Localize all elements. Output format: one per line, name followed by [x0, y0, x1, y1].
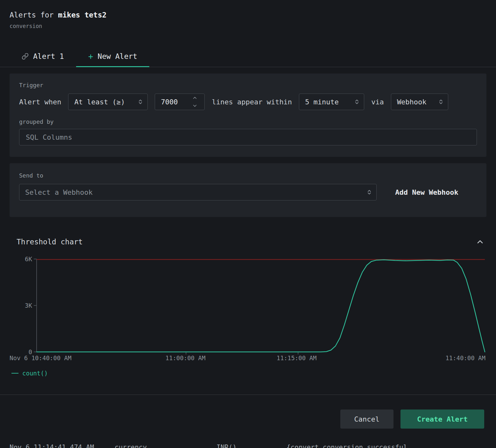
chevron-up-icon[interactable] [476, 237, 485, 246]
condition-select[interactable]: At least (≥) [68, 94, 148, 110]
y-tick-label: 3K [25, 302, 32, 309]
log-column: currency [115, 444, 147, 448]
x-tick-label: 11:00:00 AM [166, 354, 206, 361]
modal-footer: Cancel Create Alert [0, 395, 496, 429]
via-label: via [371, 98, 384, 106]
chevron-up-down-icon [354, 99, 359, 104]
threshold-input[interactable] [155, 94, 190, 110]
cancel-button[interactable]: Cancel [340, 410, 393, 429]
tab-new-alert-label: New Alert [98, 52, 138, 60]
channel-select-value: Webhook [397, 98, 427, 106]
log-value: INR() [216, 444, 237, 448]
send-to-panel: Send to Select a Webhook Add New Webhook [10, 163, 486, 217]
send-to-row: Select a Webhook Add New Webhook [19, 184, 477, 200]
condition-select-value: At least (≥) [74, 98, 125, 106]
threshold-chart: 6K 3K 0 [37, 259, 485, 352]
chart-header: Threshold chart [10, 237, 486, 246]
threshold-input-wrap [155, 94, 205, 110]
x-tick-label: 11:40:00 AM [445, 354, 485, 361]
chevron-up-down-icon [438, 99, 443, 104]
page-title: Alerts for mikes tets2 [10, 11, 486, 19]
log-timestamp: Nov 6 11:14:41.474 AM [10, 444, 94, 448]
page-subtitle: conversion [10, 23, 486, 29]
threshold-chart-section: Threshold chart 6K 3K 0 Nov 6 10:40:00 A… [0, 237, 496, 377]
webhook-select-placeholder: Select a Webhook [25, 188, 93, 196]
tab-alert-1[interactable]: Alert 1 [10, 46, 76, 67]
alert-tabs: Alert 1 + New Alert [0, 46, 496, 67]
send-to-section-label: Send to [19, 172, 477, 179]
lines-appear-label: lines appear within [212, 98, 292, 106]
tab-new-alert[interactable]: + New Alert [76, 46, 149, 67]
chart-title: Threshold chart [10, 238, 83, 246]
trigger-controls-row: Alert when At least (≥) lines appear wit… [19, 94, 477, 110]
stepper-down-icon[interactable] [193, 103, 197, 108]
legend-line-marker [11, 373, 18, 374]
y-tick-label: 6K [25, 256, 32, 262]
modal-header: Alerts for mikes tets2 conversion [0, 0, 496, 29]
create-alert-button[interactable]: Create Alert [400, 410, 484, 429]
legend-label: count() [22, 370, 48, 377]
stepper-up-icon[interactable] [193, 96, 197, 100]
trigger-panel: Trigger Alert when At least (≥) lines ap… [10, 74, 486, 157]
background-log-row: Nov 6 11:14:41.474 AM currency INR() {co… [0, 444, 496, 448]
alert-when-label: Alert when [19, 98, 61, 106]
threshold-chart-svg [37, 259, 485, 352]
page-title-prefix: Alerts for [10, 11, 53, 19]
chevron-up-down-icon [138, 99, 143, 104]
chevron-up-down-icon [367, 190, 372, 195]
interval-select-value: 5 minute [305, 98, 339, 106]
interval-select[interactable]: 5 minute [299, 94, 364, 110]
x-tick-label: 11:15:00 AM [277, 354, 317, 361]
threshold-stepper [190, 94, 200, 110]
channel-select[interactable]: Webhook [391, 94, 448, 110]
x-tick-label: Nov 6 10:40:00 AM [10, 354, 71, 361]
trigger-section-label: Trigger [19, 82, 477, 88]
tab-alert-1-label: Alert 1 [33, 52, 64, 60]
add-new-webhook-button[interactable]: Add New Webhook [377, 188, 477, 196]
webhook-select[interactable]: Select a Webhook [19, 184, 377, 200]
page-title-name: mikes tets2 [58, 11, 106, 19]
chart-legend: count() [10, 370, 486, 377]
link-icon [22, 53, 29, 60]
plus-icon: + [88, 52, 93, 60]
x-axis-labels: Nov 6 10:40:00 AM 11:00:00 AM 11:15:00 A… [37, 354, 485, 363]
sql-columns-input[interactable] [19, 129, 477, 145]
log-message: {convert conversion successful [287, 444, 407, 448]
grouped-by-label: grouped by [19, 118, 477, 125]
